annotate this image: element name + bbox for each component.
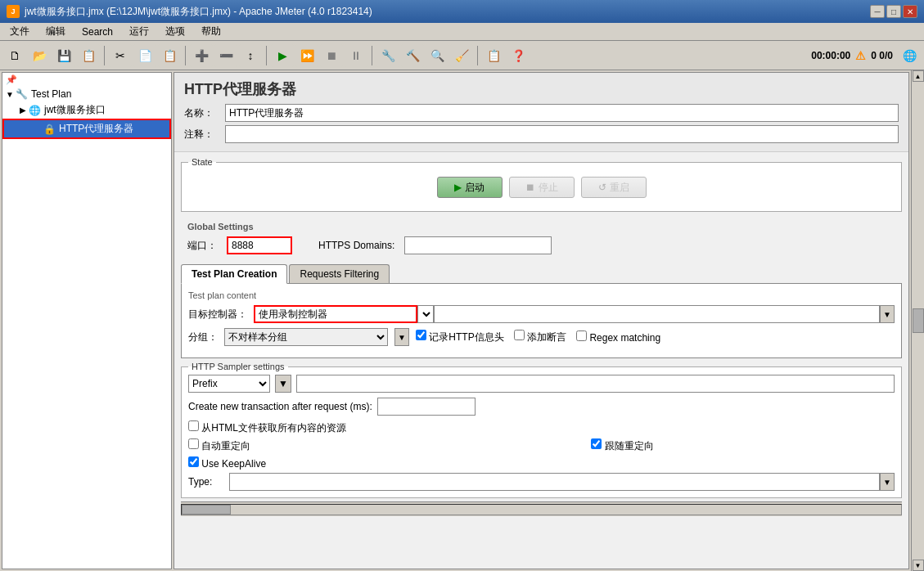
clear-all-button[interactable]: 🔨 — [401, 44, 424, 67]
resource-checkbox-row: 从HTML文件获取所有内容的资源 — [188, 420, 895, 435]
name-row: 名称： — [184, 104, 899, 122]
stop-button[interactable]: ⏹ — [320, 44, 343, 67]
title-text: jwt微服务接口.jmx (E:\12JM\jwt微服务接口.jmx) - Ap… — [25, 5, 372, 19]
comment-input[interactable] — [225, 125, 899, 143]
help-button[interactable]: ❓ — [507, 44, 530, 67]
tab-requests-filtering[interactable]: Requests Filtering — [289, 264, 390, 283]
toolbar-sep3 — [266, 46, 267, 65]
prefix-select[interactable]: Prefix — [188, 375, 270, 393]
minimize-button[interactable]: ─ — [870, 5, 885, 18]
target-controller-select[interactable]: 使用录制控制器 — [417, 305, 434, 323]
save-button[interactable]: 💾 — [52, 44, 75, 67]
content-panel: HTTP代理服务器 名称： 注释： State ▶ 启动 ⏹ 停止 — [174, 72, 909, 569]
port-input[interactable] — [227, 236, 292, 254]
keepalive-checkbox[interactable] — [188, 456, 199, 467]
label-keepalive[interactable]: Use KeepAlive — [188, 456, 266, 470]
clear-button[interactable]: 🔧 — [376, 44, 399, 67]
close-button[interactable]: ✕ — [903, 5, 917, 18]
restart-icon: ↺ — [598, 182, 606, 193]
checkbox-regex[interactable]: Regex matching — [576, 330, 660, 344]
type-input[interactable] — [229, 473, 880, 491]
menu-options[interactable]: 选项 — [159, 23, 192, 40]
start-proxy-button[interactable]: ▶ 启动 — [437, 177, 503, 198]
label-get-resources[interactable]: 从HTML文件获取所有内容的资源 — [188, 420, 346, 435]
collapse-button[interactable]: ➖ — [214, 44, 237, 67]
toggle-button[interactable]: ↕ — [239, 44, 262, 67]
maximize-button[interactable]: □ — [886, 5, 901, 18]
gs-row: 端口： HTTPS Domains: — [187, 236, 895, 254]
global-settings-section: Global Settings 端口： HTTPS Domains: — [181, 217, 902, 259]
get-resources-label: 从HTML文件获取所有内容的资源 — [201, 422, 346, 434]
http-sampler-settings: HTTP Sampler settings Prefix ▼ Create ne… — [181, 362, 902, 498]
transaction-input[interactable] — [377, 398, 476, 416]
get-resources-checkbox[interactable] — [188, 420, 199, 431]
shutdown-button[interactable]: ⏸ — [345, 44, 367, 67]
https-domains-input[interactable] — [404, 236, 552, 254]
start-button[interactable]: ▶ — [271, 44, 294, 67]
target-controller-row: 目标控制器： 使用录制控制器 ▼ — [188, 305, 895, 323]
follow-redirect-checkbox[interactable] — [591, 438, 602, 449]
name-input[interactable] — [225, 104, 899, 122]
list-button[interactable]: 📋 — [482, 44, 505, 67]
restart-proxy-button[interactable]: ↺ 重启 — [581, 177, 647, 198]
checkbox-record-http[interactable]: 记录HTTP信息头 — [416, 330, 504, 344]
auto-redirect-checkbox[interactable] — [188, 438, 199, 449]
content-title: HTTP代理服务器 — [184, 79, 899, 99]
type-label: Type: — [188, 476, 229, 488]
bottom-scrollbar[interactable] — [181, 501, 902, 516]
paste-button[interactable]: 📋 — [158, 44, 181, 67]
prefix-value-input[interactable] — [296, 375, 895, 393]
tree-item-test-plan[interactable]: ▼ 🔧 Test Plan — [2, 87, 171, 101]
new-button[interactable]: 🗋 — [3, 44, 26, 67]
tree-item-http-proxy[interactable]: 🔒 HTTP代理服务器 — [2, 119, 171, 139]
right-scrollbar[interactable]: ▲ ▼ — [911, 70, 924, 571]
label-auto-redirect[interactable]: 自动重定向 — [188, 438, 250, 453]
label-follow-redirect[interactable]: 跟随重定向 — [591, 438, 653, 453]
expand-icon-2: ▶ — [19, 106, 27, 115]
service-icon: 🌐 — [29, 105, 41, 116]
cut-button[interactable]: ✂ — [109, 44, 132, 67]
add-assertion-checkbox[interactable] — [514, 330, 525, 340]
tc-section-title: Test plan content — [188, 290, 895, 300]
jwt-service-label: jwt微服务接口 — [44, 103, 106, 117]
state-legend: State — [188, 157, 216, 167]
grouping-dropdown[interactable]: ▼ — [394, 328, 409, 346]
menu-edit[interactable]: 编辑 — [39, 23, 72, 40]
title-bar: J jwt微服务接口.jmx (E:\12JM\jwt微服务接口.jmx) - … — [0, 0, 924, 23]
grouping-select[interactable]: 不对样本分组 — [224, 328, 388, 346]
type-dropdown[interactable]: ▼ — [880, 473, 895, 491]
expand-button[interactable]: ➕ — [190, 44, 213, 67]
checkbox-add-assertion[interactable]: 添加断言 — [514, 330, 566, 344]
start-no-pause-button[interactable]: ⏩ — [295, 44, 318, 67]
toolbar-sep5 — [477, 46, 478, 65]
prefix-dropdown[interactable]: ▼ — [275, 375, 291, 393]
start-btn-label: 启动 — [465, 181, 485, 195]
warning-icon: ⚠ — [855, 49, 866, 62]
checkbox-record-http-label: 记录HTTP信息头 — [429, 331, 503, 343]
content-header: HTTP代理服务器 名称： 注释： — [174, 73, 908, 152]
toolbar-sep1 — [104, 46, 105, 65]
regex-checkbox[interactable] — [576, 330, 587, 341]
target-controller-input[interactable] — [254, 305, 417, 323]
tree-panel: 📌 ▼ 🔧 Test Plan ▶ 🌐 jwt微服务接口 🔒 HTTP代理服务器 — [2, 72, 172, 569]
timer-display: 00:00:00 ⚠ 0 0/0 🌐 — [811, 44, 921, 67]
tab-test-plan-creation[interactable]: Test Plan Creation — [181, 264, 287, 284]
gs-title: Global Settings — [187, 222, 895, 232]
menu-file[interactable]: 文件 — [3, 23, 36, 40]
menu-run[interactable]: 运行 — [123, 23, 156, 40]
record-http-checkbox[interactable] — [416, 330, 426, 340]
remote-button[interactable]: 🌐 — [898, 44, 921, 67]
menu-help[interactable]: 帮助 — [195, 23, 228, 40]
stop-proxy-button[interactable]: ⏹ 停止 — [509, 177, 575, 198]
open-button[interactable]: 📂 — [28, 44, 51, 67]
copy-button[interactable]: 📄 — [133, 44, 156, 67]
keepalive-label: Use KeepAlive — [201, 458, 266, 470]
broom-button[interactable]: 🧹 — [450, 44, 473, 67]
target-controller-dropdown[interactable]: ▼ — [880, 305, 895, 323]
search-btn[interactable]: 🔍 — [426, 44, 448, 67]
save-all-button[interactable]: 📋 — [77, 44, 100, 67]
tree-item-jwt-service[interactable]: ▶ 🌐 jwt微服务接口 — [2, 101, 171, 119]
menu-search[interactable]: Search — [75, 25, 119, 39]
app-icon: J — [7, 5, 20, 18]
toolbar-sep4 — [372, 46, 372, 65]
